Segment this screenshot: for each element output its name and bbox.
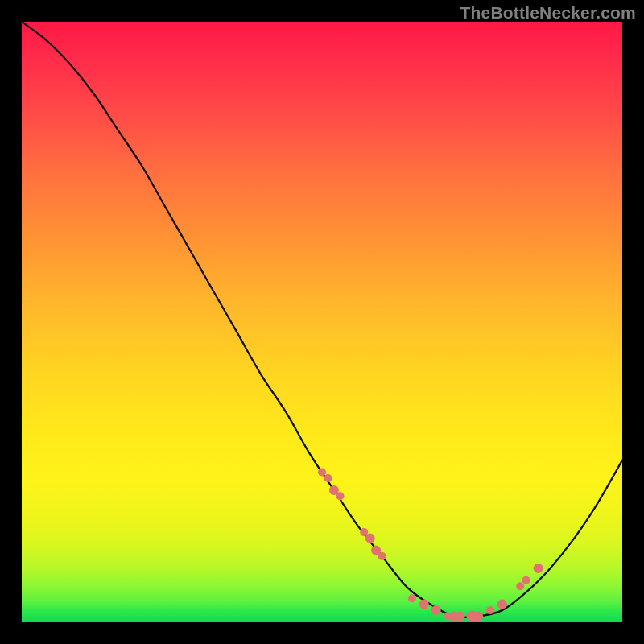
marker-group [318,469,543,622]
highlight-marker [473,612,483,621]
highlight-marker [365,534,375,543]
highlight-marker [534,564,543,573]
highlight-marker [497,600,507,609]
plot-area [22,22,622,622]
highlight-marker [408,594,416,602]
highlight-marker [431,605,441,615]
highlight-marker [324,474,332,482]
highlight-marker [419,600,429,609]
highlight-marker [336,492,344,500]
highlight-marker [486,606,494,614]
highlight-marker [516,582,524,590]
chart-svg [22,22,622,622]
highlight-marker [456,612,465,621]
highlight-marker [378,552,386,560]
watermark: TheBottleNecker.com [460,3,636,23]
bottleneck-curve [22,22,622,617]
highlight-marker [522,576,530,584]
highlight-marker [318,469,326,477]
chart-frame: TheBottleNecker.com [0,0,644,644]
